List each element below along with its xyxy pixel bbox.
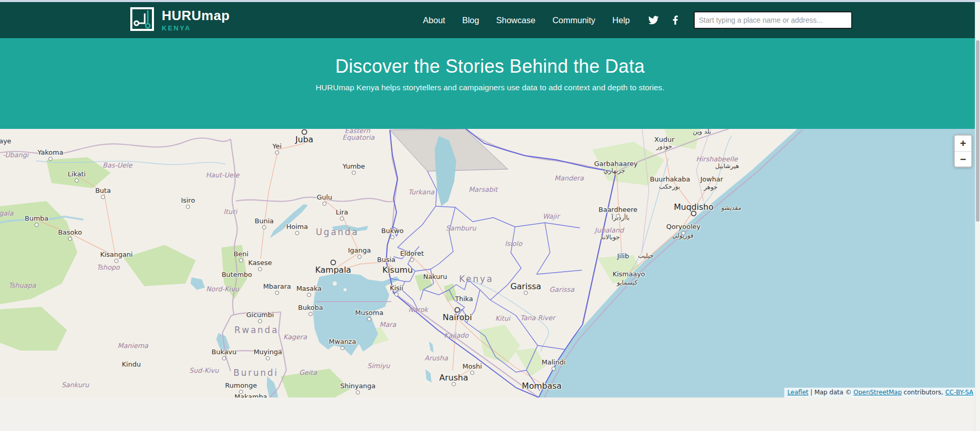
logo-subtitle: KENYA xyxy=(162,24,230,32)
map-attribution: Leaflet | Map data © OpenStreetMap contr… xyxy=(784,388,976,397)
scrollbar[interactable] xyxy=(975,2,980,431)
scrollbar-thumb[interactable] xyxy=(976,40,979,222)
logo-text: HURUmap KENYA xyxy=(162,9,230,32)
license-link[interactable]: CC-BY-SA xyxy=(945,389,973,396)
nav-item-community[interactable]: Community xyxy=(553,15,595,25)
zoom-in-button[interactable]: + xyxy=(955,136,971,151)
logo-icon xyxy=(130,7,154,34)
openstreetmap-link[interactable]: OpenStreetMap xyxy=(853,389,902,396)
twitter-icon[interactable] xyxy=(648,15,659,25)
logo-title: HURUmap xyxy=(162,9,230,22)
nav-item-about[interactable]: About xyxy=(423,15,445,25)
main-nav: AboutBlogShowcaseCommunityHelp xyxy=(423,15,630,25)
social-links xyxy=(648,15,678,25)
hero-banner: Discover the Stories Behind the Data HUR… xyxy=(0,38,980,129)
page-bottom-spacer xyxy=(0,397,980,431)
site-header: HURUmap KENYA AboutBlogShowcaseCommunity… xyxy=(0,2,980,38)
hero-subtitle: HURUmap Kenya helps storytellers and cam… xyxy=(0,83,980,92)
facebook-icon[interactable] xyxy=(673,15,678,25)
search-input[interactable] xyxy=(694,11,852,29)
place-search xyxy=(694,11,852,29)
nav-item-blog[interactable]: Blog xyxy=(462,15,479,25)
nav-item-showcase[interactable]: Showcase xyxy=(496,15,535,25)
zoom-out-button[interactable]: − xyxy=(955,151,971,167)
hurumap-kenya-page: { "page": {"top_strip_color": "#ccd7e8"}… xyxy=(0,0,980,431)
leaflet-link[interactable]: Leaflet xyxy=(787,389,809,396)
attribution-text: contributors, xyxy=(902,389,945,396)
hero-title: Discover the Stories Behind the Data xyxy=(0,38,980,77)
hurumap-logo[interactable]: HURUmap KENYA xyxy=(130,7,230,34)
attribution-text: | Map data © xyxy=(809,389,853,396)
map-zoom-control: + − xyxy=(954,135,972,168)
nav-item-help[interactable]: Help xyxy=(612,15,630,25)
leaflet-map[interactable]: JubaKampalaNairobiKisumuMuqdishoMombasaA… xyxy=(0,129,980,397)
map-tiles xyxy=(0,129,980,397)
